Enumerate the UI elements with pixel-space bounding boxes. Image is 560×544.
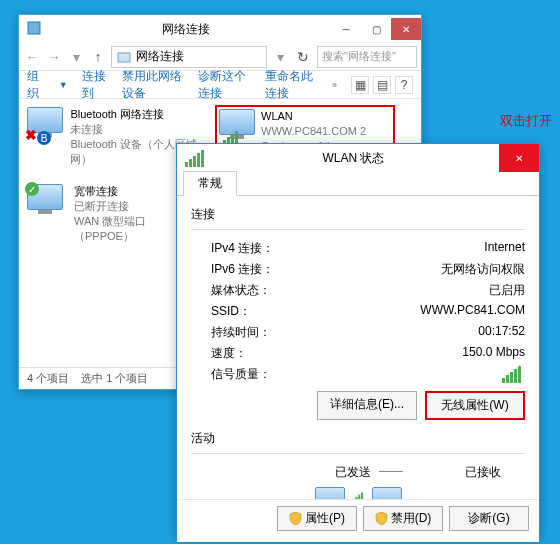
dropdown-icon[interactable]: ▾ bbox=[271, 48, 289, 66]
media-value: 已启用 bbox=[489, 282, 525, 299]
dialog-titlebar: WLAN 状态 ✕ bbox=[177, 144, 539, 172]
speed-value: 150.0 Mbps bbox=[462, 345, 525, 362]
selected-count: 选中 1 个项目 bbox=[81, 371, 148, 386]
breadcrumb-text: 网络连接 bbox=[136, 48, 184, 65]
refresh-button[interactable]: ↻ bbox=[293, 48, 313, 66]
back-button[interactable]: ← bbox=[23, 48, 41, 66]
activity-group-label: 活动 bbox=[191, 430, 525, 447]
diagnose-cmd[interactable]: 诊断这个连接 bbox=[198, 68, 251, 102]
item-count: 4 个项目 bbox=[27, 371, 69, 386]
close-button[interactable]: ✕ bbox=[391, 18, 421, 40]
ipv4-value: Internet bbox=[484, 240, 525, 257]
signal-quality-icon bbox=[502, 366, 521, 383]
up-button[interactable]: ↑ bbox=[89, 48, 107, 66]
wlan-icon bbox=[219, 109, 255, 147]
conn-name: Bluetooth 网络连接 bbox=[70, 107, 203, 122]
ipv6-value: 无网络访问权限 bbox=[441, 261, 525, 278]
search-input[interactable]: 搜索"网络连接" bbox=[317, 46, 417, 68]
ssid-value: WWW.PC841.COM bbox=[420, 303, 525, 320]
media-label: 媒体状态： bbox=[211, 282, 311, 299]
maximize-button[interactable]: ▢ bbox=[361, 18, 391, 40]
conn-status: 未连接 bbox=[70, 122, 203, 137]
view-details-icon[interactable]: ▤ bbox=[373, 76, 391, 94]
command-bar: 组织▼ 连接到 禁用此网络设备 诊断这个连接 重命名此连接 » ▦ ▤ ? bbox=[19, 71, 421, 99]
ssid-label: SSID： bbox=[211, 303, 311, 320]
signal-icon bbox=[185, 150, 204, 167]
recv-header: 已接收 bbox=[411, 464, 501, 481]
disconnected-x-icon: ✖ bbox=[25, 127, 37, 143]
overflow-icon[interactable]: » bbox=[332, 80, 337, 90]
minimize-button[interactable]: ─ bbox=[331, 18, 361, 40]
broadband-icon: ✓ bbox=[27, 184, 68, 222]
details-button[interactable]: 详细信息(E)... bbox=[317, 391, 417, 420]
signal-quality-label: 信号质量： bbox=[211, 366, 311, 383]
connect-to-cmd[interactable]: 连接到 bbox=[82, 68, 109, 102]
wireless-properties-button[interactable]: 无线属性(W) bbox=[425, 391, 525, 420]
duration-value: 00:17:52 bbox=[478, 324, 525, 341]
disable-button[interactable]: 禁用(D) bbox=[363, 506, 443, 531]
titlebar: 网络连接 ─ ▢ ✕ bbox=[19, 15, 421, 43]
dialog-title: WLAN 状态 bbox=[208, 150, 499, 167]
forward-button[interactable]: → bbox=[45, 48, 63, 66]
wlan-status-dialog: WLAN 状态 ✕ 常规 连接 IPv4 连接：Internet IPv6 连接… bbox=[176, 143, 540, 538]
breadcrumb[interactable]: 网络连接 bbox=[111, 46, 267, 68]
svg-rect-1 bbox=[118, 53, 130, 62]
ipv6-label: IPv6 连接： bbox=[211, 261, 311, 278]
svg-rect-0 bbox=[28, 22, 40, 34]
diagnose-button[interactable]: 诊断(G) bbox=[449, 506, 529, 531]
annotation-label: 双击打开 bbox=[500, 112, 552, 130]
view-tiles-icon[interactable]: ▦ bbox=[351, 76, 369, 94]
dialog-body: 连接 IPv4 连接：Internet IPv6 连接：无网络访问权限 媒体状态… bbox=[177, 196, 539, 542]
ipv4-label: IPv4 连接： bbox=[211, 240, 311, 257]
disable-device-cmd[interactable]: 禁用此网络设备 bbox=[122, 68, 184, 102]
dialog-footer: 属性(P) 禁用(D) 诊断(G) bbox=[177, 499, 539, 537]
conn-status: WWW.PC841.COM 2 bbox=[261, 124, 391, 139]
tab-strip: 常规 bbox=[177, 172, 539, 196]
control-panel-icon bbox=[27, 21, 41, 38]
connection-group-label: 连接 bbox=[191, 206, 525, 223]
sent-header: 已发送 bbox=[281, 464, 371, 481]
recent-dropdown[interactable]: ▾ bbox=[67, 48, 85, 66]
speed-label: 速度： bbox=[211, 345, 311, 362]
window-title: 网络连接 bbox=[41, 21, 331, 38]
bluetooth-badge-icon: B bbox=[37, 131, 51, 145]
tab-general[interactable]: 常规 bbox=[183, 171, 237, 196]
dialog-close-button[interactable]: ✕ bbox=[499, 144, 539, 172]
duration-label: 持续时间： bbox=[211, 324, 311, 341]
bluetooth-icon: ✖ B bbox=[27, 107, 64, 145]
organize-menu[interactable]: 组织 bbox=[27, 68, 45, 102]
conn-name: WLAN bbox=[261, 109, 391, 124]
help-icon[interactable]: ? bbox=[395, 76, 413, 94]
rename-cmd[interactable]: 重命名此连接 bbox=[265, 68, 318, 102]
location-icon bbox=[116, 49, 132, 65]
properties-button[interactable]: 属性(P) bbox=[277, 506, 357, 531]
